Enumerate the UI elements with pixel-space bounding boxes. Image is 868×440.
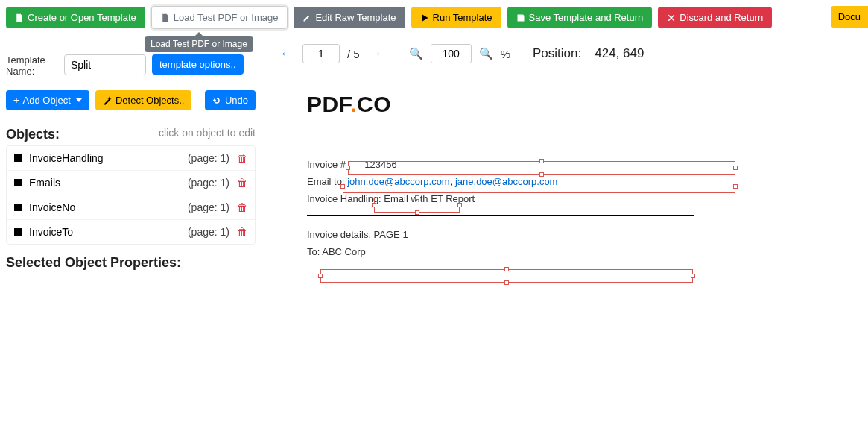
square-icon [14,204,22,211]
undo-label: Undo [225,95,248,106]
template-name-input[interactable] [64,54,146,75]
magic-icon [103,96,112,105]
objects-list: InvoiceHandling (page: 1)🗑 Emails (page:… [6,145,256,245]
selection-handling[interactable] [374,198,460,213]
discard-return-label: Discard and Return [679,12,763,23]
top-toolbar: Create or Open Template Load Test PDF or… [0,0,868,35]
save-return-button[interactable]: Save Template and Return [507,7,653,28]
invoice-details: Invoice details: PAGE 1 [307,229,838,240]
add-object-label: Add Object [23,95,71,106]
viewer-panel: ← / 5 → 🔍 🔍 % Position: 424, 649 PDF.CO … [262,35,868,439]
zoom-unit: % [501,48,510,60]
object-row[interactable]: Emails (page: 1)🗑 [7,171,255,195]
object-row[interactable]: InvoiceHandling (page: 1)🗑 [7,146,255,171]
object-name: InvoiceTo [29,226,73,238]
page-total-label: / 5 [347,48,360,60]
page-next-button[interactable]: → [367,47,385,60]
docu-button[interactable]: Docu [831,6,868,28]
load-test-pdf-label: Load Test PDF or Image [174,12,279,23]
selected-properties-header: Selected Object Properties: [6,255,256,271]
close-icon [667,13,676,22]
play-icon [420,13,429,22]
position-label: Position: [533,46,581,61]
run-template-button[interactable]: Run Template [411,7,501,28]
trash-icon[interactable]: 🗑 [237,201,247,213]
objects-hint: click on object to edit [159,127,256,139]
zoom-in-button[interactable]: 🔍 [479,47,493,60]
object-page: (page: 1) [188,201,229,213]
selection-invoice-to[interactable] [320,269,693,283]
save-return-label: Save Template and Return [529,12,644,23]
handling-label: Invoice Handling: [307,193,381,204]
zoom-out-button[interactable]: 🔍 [409,47,423,60]
undo-icon [212,96,221,105]
square-icon [14,179,22,186]
objects-header: Objects: [6,127,60,142]
trash-icon[interactable]: 🗑 [237,177,247,189]
object-name: InvoiceHandling [29,152,104,164]
object-page: (page: 1) [188,152,229,164]
square-icon [14,228,22,236]
viewer-toolbar: ← / 5 → 🔍 🔍 % Position: 424, 649 [262,35,868,69]
detect-objects-label: Detect Objects.. [115,95,184,106]
edit-raw-label: Edit Raw Template [315,12,396,23]
to-value: ABC Corp [322,246,366,257]
object-row[interactable]: InvoiceNo (page: 1)🗑 [7,195,255,220]
object-page: (page: 1) [188,226,229,238]
separator-line [307,215,694,216]
object-page: (page: 1) [188,177,229,189]
undo-button[interactable]: Undo [205,90,256,110]
template-name-label: Template Name: [6,54,58,77]
selection-emails[interactable] [343,180,735,193]
chevron-down-icon [76,98,82,102]
to-label: To: [307,246,320,257]
page-prev-button[interactable]: ← [277,47,295,60]
template-options-button[interactable]: template options.. [152,54,244,75]
object-name: Emails [29,177,60,189]
zoom-input[interactable] [431,44,472,63]
pencil-icon [302,13,311,22]
create-template-label: Create or Open Template [28,12,136,23]
run-template-label: Run Template [433,12,492,23]
pdf-canvas[interactable]: PDF.CO Invoice # 123456 Email to: john.d… [262,69,868,439]
create-template-button[interactable]: Create or Open Template [6,7,145,28]
add-object-button[interactable]: + Add Object [6,90,89,110]
file-pdf-icon [161,13,170,22]
file-icon [15,13,24,22]
detect-objects-button[interactable]: Detect Objects.. [95,90,191,110]
email-label: Email to: [307,176,345,187]
object-name: InvoiceNo [29,201,75,213]
load-test-pdf-button[interactable]: Load Test PDF or Image [151,6,288,29]
save-icon [516,13,525,22]
pdf-logo: PDF.CO [307,92,838,117]
invoice-no-label: Invoice # [307,159,346,170]
main-area: Template Name: template options.. + Add … [0,35,868,439]
trash-icon[interactable]: 🗑 [237,226,247,238]
trash-icon[interactable]: 🗑 [237,152,247,164]
position-value: 424, 649 [595,46,644,61]
edit-raw-button[interactable]: Edit Raw Template [294,7,405,28]
square-icon [14,154,22,162]
object-row[interactable]: InvoiceTo (page: 1)🗑 [7,220,255,244]
left-panel: Template Name: template options.. + Add … [0,35,262,439]
page-number-input[interactable] [302,44,340,63]
discard-return-button[interactable]: Discard and Return [658,7,772,28]
selection-invoice-no[interactable] [348,161,735,175]
